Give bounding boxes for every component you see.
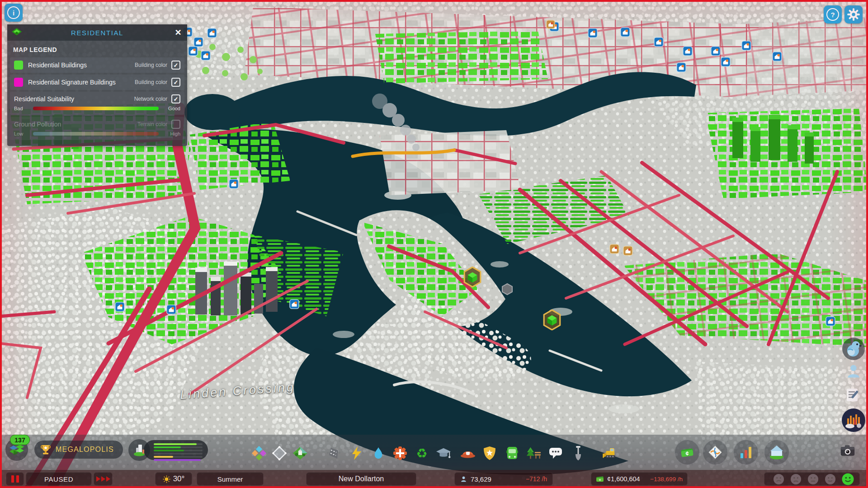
happiness-faces <box>773 473 854 485</box>
communications-tool[interactable] <box>548 446 563 461</box>
season-display[interactable]: Summer <box>197 472 264 486</box>
transportation-tool[interactable] <box>505 446 520 461</box>
speech-bubble-icon <box>548 446 563 460</box>
demand-button[interactable] <box>128 439 150 461</box>
population-icon <box>460 476 467 483</box>
building-alert-marker[interactable] <box>290 300 299 309</box>
infoviews-button[interactable]: i <box>5 4 23 22</box>
radio-icon <box>841 408 866 433</box>
city-information-button[interactable] <box>764 440 789 465</box>
fire-rescue-tool[interactable] <box>460 446 476 461</box>
gear-icon <box>847 8 860 21</box>
close-icon[interactable]: ✕ <box>173 27 184 38</box>
building-alert-marker[interactable] <box>229 179 238 188</box>
building-alert-marker[interactable] <box>721 57 730 66</box>
building-alert-marker[interactable] <box>194 38 203 47</box>
garbage-tool[interactable]: ♻ <box>414 446 429 461</box>
very-sad-face-icon <box>773 474 784 485</box>
hazard-marker[interactable] <box>547 20 555 28</box>
service-marker[interactable] <box>502 284 512 295</box>
suitability-checkbox[interactable]: ✓ <box>171 94 180 103</box>
legend-row-mode: Network color <box>134 96 167 102</box>
bulldozer-tool[interactable] <box>602 446 618 461</box>
building-alert-marker[interactable] <box>711 47 720 56</box>
building-alert-marker[interactable] <box>826 317 835 326</box>
building-alert-marker[interactable] <box>167 305 176 314</box>
landscaping-tool[interactable] <box>292 446 308 461</box>
legend-row-mode: Terrain color <box>137 121 167 127</box>
areas-tool[interactable] <box>272 446 287 461</box>
building-alert-marker[interactable] <box>115 302 124 311</box>
suitability-gradient-bar <box>33 107 159 110</box>
infoview-panel-header: RESIDENTIAL ✕ <box>7 24 187 41</box>
statistics-button[interactable] <box>733 440 759 465</box>
education-tool[interactable] <box>436 446 451 461</box>
help-button[interactable]: ? <box>824 5 842 23</box>
city-map-icon <box>708 445 723 460</box>
settings-button[interactable] <box>844 5 863 23</box>
roads-tool[interactable] <box>326 446 342 461</box>
signature-buildings-swatch <box>14 78 23 87</box>
happiness-display[interactable] <box>764 472 860 486</box>
radio-button[interactable] <box>841 408 866 433</box>
building-alert-marker[interactable] <box>189 47 198 56</box>
legend-row-ground-pollution: Ground Pollution Terrain color Low High <box>10 117 184 140</box>
hazard-marker[interactable] <box>623 246 632 255</box>
legend-row-label: Residential Signature Buildings <box>28 79 135 86</box>
simulation-speed-display[interactable]: PAUSED <box>26 472 92 486</box>
building-alert-marker[interactable] <box>208 28 217 38</box>
sad-face-icon <box>790 474 802 485</box>
police-tool[interactable] <box>482 446 497 461</box>
neutral-face-icon <box>807 474 819 485</box>
hazard-marker[interactable] <box>610 244 619 253</box>
residential-buildings-swatch <box>14 61 23 70</box>
happy-face-icon <box>842 473 854 485</box>
building-alert-marker[interactable] <box>201 51 210 60</box>
signature-building-marker[interactable] <box>544 310 560 330</box>
journal-button[interactable] <box>844 387 861 403</box>
water-sewage-tool[interactable] <box>371 446 386 461</box>
building-alert-marker[interactable] <box>621 28 630 37</box>
building-alert-marker[interactable] <box>742 41 751 50</box>
main-toolbar: 137 MEGALOPOLIS <box>0 435 868 470</box>
police-badge-icon <box>483 446 496 460</box>
healthcare-tool[interactable] <box>392 446 408 461</box>
map-views-button[interactable] <box>703 440 728 465</box>
photo-mode-button[interactable] <box>840 443 855 458</box>
building-alert-marker[interactable] <box>677 63 686 72</box>
pause-icon <box>11 475 19 483</box>
terraforming-tool[interactable] <box>571 446 586 461</box>
economy-button[interactable]: ¢ <box>675 440 700 465</box>
parks-recreation-tool[interactable] <box>526 446 542 461</box>
building-alert-marker[interactable] <box>654 38 663 47</box>
signature-building-marker[interactable] <box>464 267 481 287</box>
residential-buildings-checkbox[interactable]: ✓ <box>171 61 180 70</box>
building-alert-marker[interactable] <box>683 47 692 56</box>
speed-fast-forward-button[interactable] <box>94 472 113 486</box>
chirper-button[interactable] <box>842 337 865 361</box>
pause-button[interactable] <box>6 472 24 486</box>
infoview-panel: RESIDENTIAL ✕ MAP LEGEND Residential Bui… <box>7 24 187 146</box>
building-alert-marker[interactable] <box>588 28 597 38</box>
building-alert-marker[interactable] <box>773 52 782 61</box>
city-name-display[interactable]: New Dollarton <box>306 472 416 486</box>
citizen-lifepath-button[interactable] <box>845 363 862 380</box>
demand-bar <box>154 450 184 451</box>
zones-tool[interactable] <box>251 446 267 461</box>
money-icon: ¢ <box>680 446 694 459</box>
electricity-tool[interactable] <box>349 446 364 461</box>
legend-row-mode: Building color <box>135 79 167 85</box>
camera-icon <box>840 444 855 457</box>
temperature-display[interactable]: 30° <box>155 472 192 486</box>
legend-row-suitability: Residential Suitability Network color ✓ … <box>10 92 184 115</box>
info-icon: i <box>7 6 20 19</box>
sun-icon <box>163 475 170 483</box>
lightning-icon <box>350 446 363 460</box>
treasury-display[interactable]: ¢1,600,604 −138,699 /h <box>591 472 688 486</box>
signature-buildings-checkbox[interactable]: ✓ <box>171 78 180 87</box>
svg-text:♻: ♻ <box>416 446 427 460</box>
ground-pollution-checkbox[interactable] <box>171 120 180 129</box>
status-bar: PAUSED 30° Summer New Dollarton <box>0 470 868 488</box>
milestone-button[interactable]: MEGALOPOLIS <box>34 441 123 459</box>
population-display[interactable]: 73,629 −712 /h <box>454 472 553 486</box>
